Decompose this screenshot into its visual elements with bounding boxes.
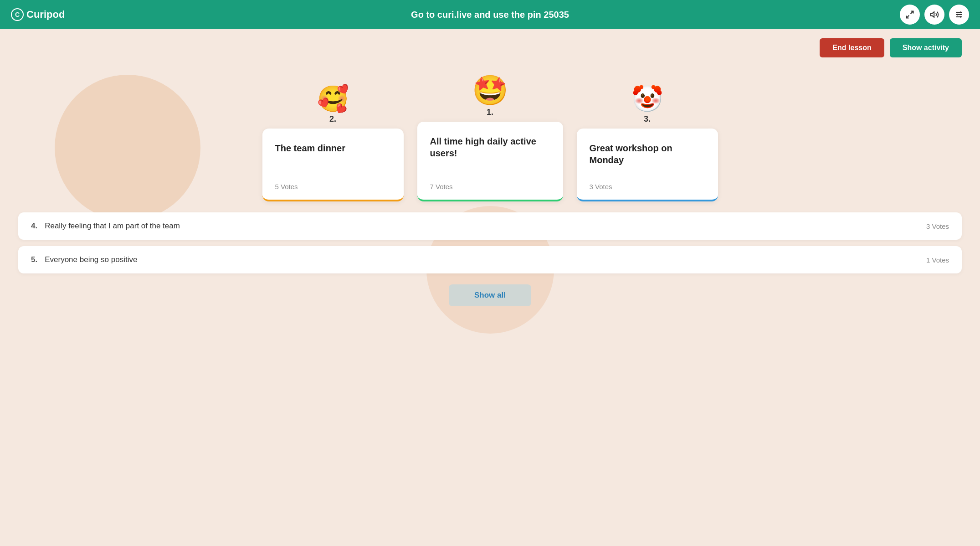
list-item-4-votes: 3 Votes	[926, 222, 949, 230]
list-item-4-text: Really feeling that I am part of the tea…	[45, 221, 180, 231]
rank2-votes: 5 Votes	[275, 183, 391, 191]
rank2-label: 2.	[329, 114, 336, 124]
svg-marker-2	[931, 12, 934, 17]
rank1-emoji: 🤩	[472, 76, 508, 105]
logo-text: Curipod	[26, 9, 65, 21]
main-content: End lesson Show activity 🥰 2. The team d…	[0, 29, 980, 315]
list-container: 4. Really feeling that I am part of the …	[18, 212, 962, 273]
rank2-wrapper: 🥰 2. The team dinner 5 Votes	[262, 86, 404, 201]
expand-button[interactable]	[900, 5, 920, 25]
logo: C Curipod	[11, 8, 65, 21]
header-title: Go to curi.live and use the pin 25035	[411, 10, 569, 20]
rank1-label: 1.	[487, 108, 493, 117]
rank1-votes: 7 Votes	[430, 183, 550, 191]
rank2-title: The team dinner	[275, 142, 391, 154]
list-item: 5. Everyone being so positive 1 Votes	[18, 246, 962, 273]
header-controls	[900, 5, 969, 25]
list-item-5-votes: 1 Votes	[926, 256, 949, 264]
rank3-emoji: 🤡	[631, 86, 663, 112]
list-item-5-text: Everyone being so positive	[45, 255, 137, 264]
rank3-wrapper: 🤡 3. Great workshop on Monday 3 Votes	[577, 86, 718, 201]
rank3-votes: 3 Votes	[590, 183, 705, 191]
list-item-5-rank: 5.	[31, 255, 37, 264]
action-row: End lesson Show activity	[18, 38, 962, 57]
show-activity-button[interactable]: Show activity	[890, 38, 962, 57]
end-lesson-button[interactable]: End lesson	[820, 38, 884, 57]
logo-icon: C	[11, 8, 24, 21]
list-item-4-rank: 4.	[31, 221, 37, 231]
sound-button[interactable]	[924, 5, 944, 25]
rank1-wrapper: 🤩 1. All time high daily active users! 7…	[417, 76, 563, 201]
settings-button[interactable]	[949, 5, 969, 25]
rank1-title: All time high daily active users!	[430, 135, 550, 159]
rank3-title: Great workshop on Monday	[590, 142, 705, 166]
svg-point-6	[960, 11, 961, 13]
rank3-card: Great workshop on Monday 3 Votes	[577, 129, 718, 201]
header: C Curipod Go to curi.live and use the pi…	[0, 0, 980, 29]
list-item-5-left: 5. Everyone being so positive	[31, 255, 137, 264]
show-all-container: Show all	[18, 284, 962, 306]
svg-point-7	[957, 14, 958, 15]
rank2-card: The team dinner 5 Votes	[262, 129, 404, 201]
top3-container: 🥰 2. The team dinner 5 Votes 🤩 1. All ti…	[18, 76, 962, 201]
rank1-card: All time high daily active users! 7 Vote…	[417, 122, 563, 201]
list-item: 4. Really feeling that I am part of the …	[18, 212, 962, 240]
rank3-label: 3.	[644, 114, 651, 124]
svg-point-8	[960, 16, 961, 17]
list-item-4-left: 4. Really feeling that I am part of the …	[31, 221, 180, 231]
rank2-emoji: 🥰	[317, 86, 349, 112]
show-all-button[interactable]: Show all	[449, 284, 531, 306]
